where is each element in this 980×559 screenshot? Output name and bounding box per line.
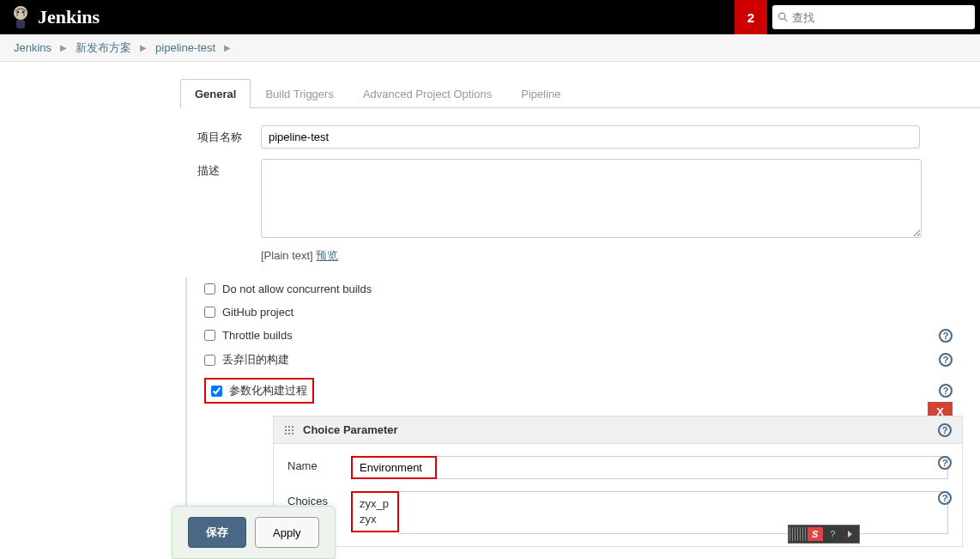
ime-sogou-icon[interactable]: S [808, 527, 824, 541]
chevron-right-icon: ▶ [224, 43, 231, 52]
checkbox-concurrent-label: Do not allow concurrent builds [222, 283, 372, 295]
top-header: Jenkins 2 [0, 0, 980, 34]
apply-button[interactable]: Apply [255, 517, 319, 547]
checkbox-github-input[interactable] [204, 307, 215, 318]
checkbox-discard: 丢弃旧的构建 ? [187, 347, 980, 373]
ime-drag-icon[interactable] [789, 527, 806, 541]
parameter-header[interactable]: Choice Parameter ? [273, 416, 963, 444]
svg-point-0 [14, 6, 27, 20]
help-icon[interactable]: ? [939, 353, 953, 367]
svg-line-5 [784, 19, 787, 21]
save-button[interactable]: 保存 [188, 517, 246, 547]
help-icon[interactable]: ? [938, 423, 952, 437]
description-textarea[interactable] [261, 159, 922, 238]
checkbox-concurrent: Do not allow concurrent builds [187, 277, 980, 301]
help-icon[interactable]: ? [938, 456, 952, 470]
breadcrumb-plan[interactable]: 新发布方案 [76, 40, 131, 56]
svg-point-4 [779, 13, 785, 19]
checkbox-throttle: Throttle builds ? [187, 324, 980, 347]
checkbox-concurrent-input[interactable] [204, 283, 215, 295]
project-name-row: 项目名称 [180, 125, 980, 149]
checkbox-parameterize-input[interactable] [211, 386, 222, 397]
choice-value: zyx [360, 512, 390, 527]
svg-rect-3 [16, 20, 25, 28]
description-label: 描述 [197, 159, 261, 179]
checkbox-discard-input[interactable] [204, 355, 215, 366]
main-content: General Build Triggers Advanced Project … [0, 62, 980, 547]
param-name-input[interactable] [351, 456, 437, 479]
ime-help-icon[interactable]: ? [825, 527, 841, 541]
description-row: 描述 [180, 159, 980, 238]
checkbox-parameterize: 参数化构建过程 ? [187, 373, 980, 409]
ime-expand-icon[interactable] [843, 527, 859, 541]
app-title[interactable]: Jenkins [38, 6, 100, 28]
bottom-action-bar: 保存 Apply [172, 506, 336, 547]
tab-build-triggers[interactable]: Build Triggers [251, 79, 348, 108]
notification-badge[interactable]: 2 [735, 0, 767, 34]
checkbox-discard-label: 丢弃旧的构建 [222, 352, 289, 368]
tab-advanced-options[interactable]: Advanced Project Options [348, 79, 506, 108]
plaintext-label: [Plain text] [261, 249, 316, 262]
tab-pipeline[interactable]: Pipeline [506, 79, 575, 108]
project-name-label: 项目名称 [197, 125, 261, 145]
breadcrumb-pipeline[interactable]: pipeline-test [155, 41, 215, 54]
param-name-label: Name [287, 456, 351, 472]
help-icon[interactable]: ? [938, 491, 952, 505]
chevron-right-icon: ▶ [140, 43, 147, 52]
param-choices-input[interactable]: zyx_p zyx [351, 491, 399, 532]
choice-value: zyx_p [360, 496, 390, 512]
breadcrumb: Jenkins ▶ 新发布方案 ▶ pipeline-test ▶ [0, 34, 980, 62]
parameter-title: Choice Parameter [303, 423, 398, 436]
param-choices-extended[interactable] [399, 491, 948, 534]
search-icon [777, 11, 789, 23]
checkbox-parameterize-label: 参数化构建过程 [229, 383, 307, 398]
plaintext-hint: [Plain text] 预览 [180, 248, 980, 264]
search-box[interactable] [772, 5, 975, 29]
tab-general[interactable]: General [180, 79, 251, 108]
checkbox-github-label: GitHub project [222, 306, 293, 319]
breadcrumb-jenkins[interactable]: Jenkins [14, 41, 51, 54]
drag-handle-icon[interactable] [284, 425, 294, 435]
checkbox-throttle-label: Throttle builds [222, 329, 293, 342]
chevron-right-icon: ▶ [60, 43, 67, 52]
help-icon[interactable]: ? [939, 329, 953, 343]
help-icon[interactable]: ? [939, 384, 953, 398]
jenkins-logo-icon [10, 4, 31, 30]
checkbox-throttle-input[interactable] [204, 330, 215, 341]
preview-link[interactable]: 预览 [316, 249, 338, 262]
ime-toolbar[interactable]: S ? [788, 525, 860, 544]
config-tabs: General Build Triggers Advanced Project … [180, 79, 980, 108]
checkbox-github: GitHub project [187, 301, 980, 324]
search-input[interactable] [792, 11, 970, 24]
param-name-input-extended[interactable] [437, 456, 948, 479]
project-name-input[interactable] [261, 125, 920, 149]
param-name-row: Name ? [287, 456, 948, 479]
